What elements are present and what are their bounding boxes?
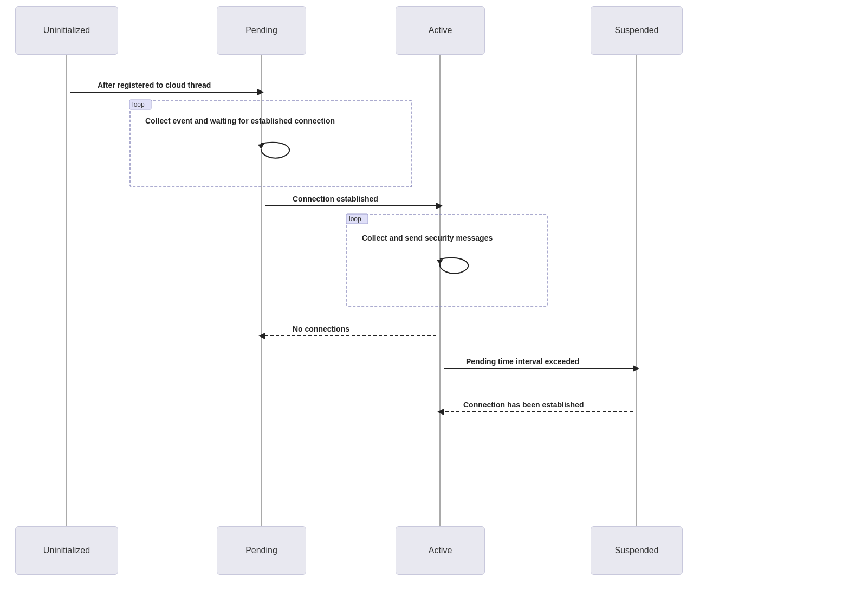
svg-rect-15 xyxy=(347,215,547,307)
lifeline-label-pending-top: Pending xyxy=(245,25,277,35)
lifeline-label-active-top: Active xyxy=(429,25,452,35)
svg-marker-11 xyxy=(258,144,264,149)
svg-marker-5 xyxy=(257,89,264,95)
lifeline-box-suspended-top: Suspended xyxy=(591,6,683,55)
svg-text:Connection established: Connection established xyxy=(293,195,378,203)
lifeline-box-suspended-bottom: Suspended xyxy=(591,526,683,575)
lifeline-box-pending-top: Pending xyxy=(217,6,306,55)
lifeline-label-active-bottom: Active xyxy=(429,546,452,555)
svg-text:Connection has been establishe: Connection has been established xyxy=(463,400,584,409)
svg-marker-27 xyxy=(437,409,444,415)
svg-rect-8 xyxy=(129,100,151,109)
lifeline-label-pending-bottom: Pending xyxy=(245,546,277,555)
svg-text:loop: loop xyxy=(349,215,361,223)
lifeline-box-active-top: Active xyxy=(396,6,485,55)
lifeline-box-active-bottom: Active xyxy=(396,526,485,575)
svg-text:After registered to cloud thre: After registered to cloud thread xyxy=(98,81,211,89)
svg-text:Collect and send security mess: Collect and send security messages xyxy=(362,234,493,242)
lifeline-label-uninitialized-top: Uninitialized xyxy=(43,25,90,35)
lifeline-box-uninitialized-bottom: Uninitialized xyxy=(15,526,118,575)
svg-marker-19 xyxy=(437,259,443,264)
lifeline-label-uninitialized-bottom: Uninitialized xyxy=(43,546,90,555)
svg-text:No connections: No connections xyxy=(293,325,349,333)
svg-text:loop: loop xyxy=(132,101,145,108)
svg-marker-21 xyxy=(258,333,265,339)
lifelines-svg: After registered to cloud thread loop Co… xyxy=(0,0,868,589)
svg-rect-16 xyxy=(346,214,368,224)
lifeline-label-suspended-top: Suspended xyxy=(615,25,659,35)
sequence-diagram: Uninitialized Pending Active Suspended U… xyxy=(0,0,868,589)
lifeline-label-suspended-bottom: Suspended xyxy=(615,546,659,555)
svg-marker-24 xyxy=(633,365,639,372)
lifeline-box-pending-bottom: Pending xyxy=(217,526,306,575)
svg-text:Pending time interval exceeded: Pending time interval exceeded xyxy=(466,357,579,366)
lifeline-box-uninitialized-top: Uninitialized xyxy=(15,6,118,55)
svg-marker-13 xyxy=(436,203,443,209)
svg-text:Collect event and waiting for : Collect event and waiting for establishe… xyxy=(145,116,335,125)
svg-rect-7 xyxy=(130,100,412,187)
